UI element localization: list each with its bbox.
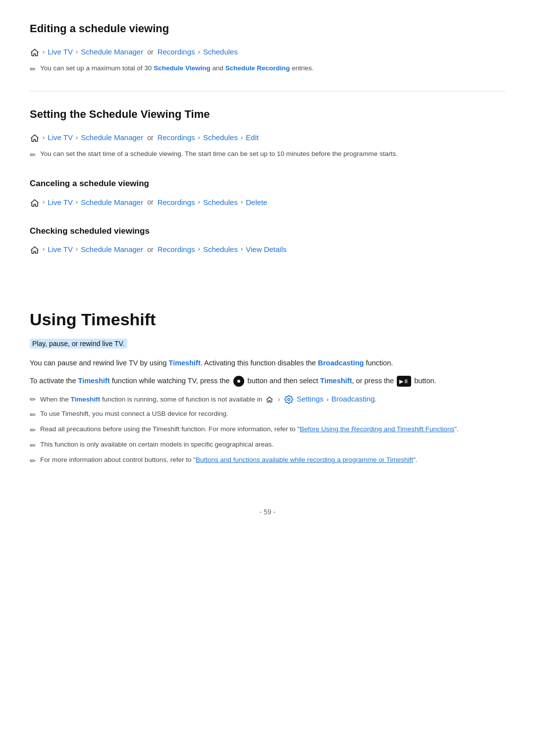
timeshift-note-text-5: For more information about control butto… — [40, 454, 417, 465]
gear-icon-inline — [284, 396, 295, 403]
pencil-icon-3: ✏ — [30, 394, 36, 405]
timeshift-note-text-2: To use Timeshift, you must connect a USB… — [40, 408, 228, 419]
page-footer: - 59 - — [30, 506, 505, 517]
nav-recordings-1[interactable]: Recordings — [158, 46, 195, 58]
nav-live-tv-3[interactable]: Live TV — [48, 197, 73, 208]
divider-1 — [30, 91, 505, 92]
timeshift-note-text-1: When the Timeshift function is running, … — [40, 393, 376, 405]
editing-note-text: You can set up a maximum total of 30 Sch… — [40, 63, 314, 74]
chevron-icon-7: › — [241, 133, 243, 143]
pencil-icon-6: ✏ — [30, 440, 36, 452]
nav-live-tv-1[interactable]: Live TV — [48, 46, 73, 58]
nav-or-2: or — [147, 132, 153, 143]
chevron-icon-2: › — [76, 47, 78, 57]
timeshift-highlight-2: Timeshift — [78, 377, 110, 385]
timeshift-title: Using Timeshift — [30, 306, 505, 333]
nav-schedule-manager-3[interactable]: Schedule Manager — [81, 197, 143, 208]
pencil-icon-5: ✏ — [30, 424, 36, 436]
chevron-icon-6: › — [198, 133, 200, 143]
nav-or-1: or — [147, 47, 153, 57]
editing-title: Editing a schedule viewing — [30, 20, 505, 37]
spacer-1 — [30, 271, 505, 286]
timeshift-note-1: ✏ When the Timeshift function is running… — [30, 393, 505, 405]
checking-nav: › Live TV › Schedule Manager or Recordin… — [30, 244, 505, 255]
editing-note-1: ✏ You can set up a maximum total of 30 S… — [30, 63, 505, 75]
timeshift-link-1[interactable]: Before Using the Recording and Timeshift… — [300, 425, 454, 433]
nav-schedules-4[interactable]: Schedules — [203, 244, 238, 255]
chevron-icon-14: › — [198, 244, 200, 254]
canceling-nav: › Live TV › Schedule Manager or Recordin… — [30, 197, 505, 208]
timeshift-note-text-3: Read all precautions before using the Ti… — [40, 424, 459, 435]
chevron-icon-8: › — [43, 197, 45, 207]
nav-broadcasting-inline[interactable]: Broadcasting — [331, 395, 375, 403]
canceling-section: Canceling a schedule viewing › Live TV ›… — [30, 177, 505, 208]
nav-edit[interactable]: Edit — [246, 132, 259, 144]
svg-point-0 — [288, 399, 290, 401]
canceling-title: Canceling a schedule viewing — [30, 177, 505, 190]
home-icon — [30, 46, 40, 58]
play-pause-button: ▶⏸ — [397, 376, 411, 387]
setting-section: Setting the Schedule Viewing Time › Live… — [30, 105, 505, 161]
nav-settings-inline[interactable]: Settings — [297, 395, 323, 403]
home-icon-2 — [30, 132, 40, 144]
timeshift-note-5: ✏ For more information about control but… — [30, 454, 505, 467]
pencil-icon-2: ✏ — [30, 149, 36, 161]
editing-section: Editing a schedule viewing › Live TV › S… — [30, 20, 505, 75]
timeshift-section: Using Timeshift Play, pause, or rewind l… — [30, 306, 505, 467]
schedule-recording-highlight: Schedule Recording — [225, 64, 290, 72]
chevron-icon-13: › — [76, 244, 78, 254]
nav-schedules-2[interactable]: Schedules — [203, 132, 238, 144]
chevron-icon-11: › — [241, 197, 243, 207]
setting-nav: › Live TV › Schedule Manager or Recordin… — [30, 132, 505, 144]
timeshift-highlight-1: Timeshift — [169, 359, 201, 367]
timeshift-subtitle-row: Play, pause, or rewind live TV. — [30, 338, 505, 350]
timeshift-note-3: ✏ Read all precautions before using the … — [30, 424, 505, 436]
setting-note-text: You can set the start time of a schedule… — [40, 149, 398, 159]
nav-live-tv-2[interactable]: Live TV — [48, 132, 73, 144]
timeshift-body2: To activate the Timeshift function while… — [30, 375, 505, 387]
pencil-icon-1: ✏ — [30, 63, 36, 75]
nav-delete[interactable]: Delete — [246, 197, 267, 208]
timeshift-subtitle: Play, pause, or rewind live TV. — [30, 339, 127, 349]
nav-recordings-4[interactable]: Recordings — [158, 244, 195, 255]
pencil-icon-7: ✏ — [30, 455, 36, 467]
chevron-inline-2: › — [326, 396, 328, 403]
nav-recordings-2[interactable]: Recordings — [158, 132, 195, 144]
chevron-icon-1: › — [43, 47, 45, 57]
nav-recordings-3[interactable]: Recordings — [158, 197, 195, 208]
chevron-icon-9: › — [76, 197, 78, 207]
chevron-icon-4: › — [43, 133, 45, 143]
setting-title: Setting the Schedule Viewing Time — [30, 105, 505, 123]
nav-schedule-manager-1[interactable]: Schedule Manager — [81, 46, 143, 58]
timeshift-note-2: ✏ To use Timeshift, you must connect a U… — [30, 408, 505, 421]
chevron-inline-1: › — [278, 396, 280, 403]
timeshift-note-highlight: Timeshift — [71, 396, 101, 403]
setting-note-1: ✏ You can set the start time of a schedu… — [30, 149, 505, 161]
nav-schedule-manager-4[interactable]: Schedule Manager — [81, 244, 143, 255]
nav-live-tv-4[interactable]: Live TV — [48, 244, 73, 255]
chevron-icon-10: › — [198, 197, 200, 207]
nav-or-4: or — [147, 244, 153, 255]
select-button — [233, 376, 244, 387]
nav-or-3: or — [147, 197, 153, 207]
chevron-icon-3: › — [198, 47, 200, 57]
nav-schedules-3[interactable]: Schedules — [203, 197, 238, 208]
checking-section: Checking scheduled viewings › Live TV › … — [30, 224, 505, 255]
chevron-icon-5: › — [76, 133, 78, 143]
chevron-icon-15: › — [241, 244, 243, 254]
timeshift-link-2[interactable]: Buttons and functions available while re… — [196, 456, 413, 463]
home-icon-4 — [30, 244, 40, 255]
nav-schedule-manager-2[interactable]: Schedule Manager — [81, 132, 143, 144]
home-icon-3 — [30, 197, 40, 208]
schedule-viewing-highlight: Schedule Viewing — [154, 64, 211, 72]
timeshift-note-4: ✏ This function is only available on cer… — [30, 439, 505, 452]
chevron-icon-12: › — [43, 244, 45, 254]
home-icon-inline — [266, 396, 275, 403]
editing-nav: › Live TV › Schedule Manager or Recordin… — [30, 46, 505, 58]
pencil-icon-4: ✏ — [30, 409, 36, 421]
nav-view-details[interactable]: View Details — [246, 244, 286, 255]
broadcasting-highlight: Broadcasting — [318, 359, 364, 367]
nav-schedules-1[interactable]: Schedules — [203, 46, 238, 58]
timeshift-note-text-4: This function is only available on certa… — [40, 439, 273, 450]
timeshift-highlight-3: Timeshift — [320, 377, 352, 385]
